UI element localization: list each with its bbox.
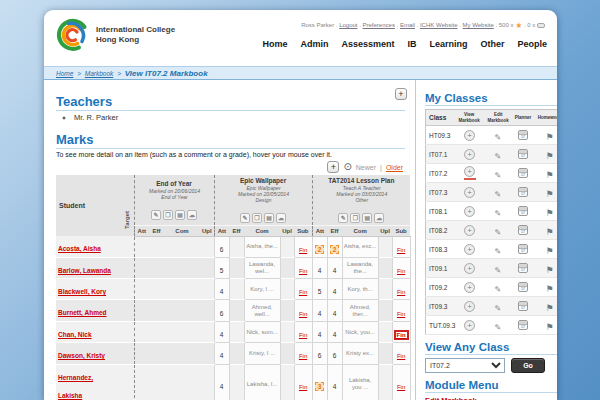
submission-link[interactable]: Fin <box>299 247 307 253</box>
go-button[interactable]: Go <box>511 358 545 373</box>
user-link-email[interactable]: Email <box>400 22 415 28</box>
student-link[interactable]: Barlow, Lawanda <box>58 267 111 274</box>
planner-icon[interactable]: 17 <box>518 301 528 311</box>
class-select[interactable]: IT07.2 <box>425 358 505 373</box>
planner-icon[interactable]: 17 <box>518 320 528 330</box>
edit-markbook-icon[interactable]: ✎ <box>495 171 502 180</box>
edit-markbook-icon[interactable]: ✎ <box>495 133 502 142</box>
submission-link[interactable]: Fin <box>299 268 307 274</box>
planner-icon[interactable]: 17 <box>518 244 528 254</box>
submission-link[interactable]: Fin <box>299 353 307 359</box>
edit-markbook-icon[interactable]: ✎ <box>495 209 502 218</box>
nav-assessment[interactable]: Assessment <box>341 39 394 49</box>
user-link-my-website[interactable]: My Website <box>463 22 494 28</box>
view-markbook-icon[interactable]: + <box>464 149 475 160</box>
edit-marks-icon[interactable]: ✎ <box>240 213 250 223</box>
homework-icon[interactable]: ⚑ <box>545 189 553 199</box>
copy-column-icon[interactable]: ❐ <box>163 210 173 220</box>
homework-icon[interactable]: ⚑ <box>545 303 553 313</box>
homework-icon[interactable]: ⚑ <box>545 246 553 256</box>
download-column-icon[interactable]: ☁ <box>276 213 286 223</box>
homework-icon[interactable]: ⚑ <box>545 227 553 237</box>
nav-ib[interactable]: IB <box>407 39 416 49</box>
submission-link[interactable]: Fin <box>397 353 405 359</box>
edit-markbook-icon[interactable]: ✎ <box>495 247 502 256</box>
breadcrumb-markbook-link[interactable]: Markbook <box>85 70 114 77</box>
view-markbook-icon[interactable]: + <box>464 301 475 312</box>
nav-admin[interactable]: Admin <box>300 39 328 49</box>
edit-markbook-icon[interactable]: ✎ <box>495 266 502 275</box>
module-edit-markbook-link[interactable]: Edit Markbook <box>425 396 557 400</box>
student-link[interactable]: Hernandez, Lakisha <box>58 374 93 399</box>
current-column-icon[interactable]: ⊙ <box>343 162 351 172</box>
homework-icon[interactable]: ⚑ <box>545 208 553 218</box>
nav-learning[interactable]: Learning <box>429 39 467 49</box>
submission-link[interactable]: Fin <box>299 384 307 390</box>
planner-icon[interactable]: 17 <box>518 263 528 273</box>
add-column-button[interactable]: + <box>327 161 339 173</box>
planner-icon[interactable]: 17 <box>518 206 528 216</box>
copy-column-icon[interactable]: ❐ <box>350 213 360 223</box>
edit-markbook-icon[interactable]: ✎ <box>495 190 502 199</box>
delete-column-icon[interactable]: ▤ <box>362 213 372 223</box>
edit-marks-icon[interactable]: ✎ <box>338 213 348 223</box>
view-markbook-icon[interactable]: + <box>464 263 475 274</box>
view-markbook-icon[interactable]: + <box>464 282 475 293</box>
submission-link[interactable]: Fin <box>299 289 307 295</box>
planner-icon[interactable]: 17 <box>518 130 528 140</box>
add-entry-button[interactable]: + <box>395 88 407 100</box>
submission-link[interactable]: Fin <box>397 311 405 317</box>
planner-icon[interactable]: 17 <box>518 225 528 235</box>
homework-icon[interactable]: ⚑ <box>545 151 553 161</box>
user-link-logout[interactable]: Logout <box>339 22 357 28</box>
student-link[interactable]: Burnett, Ahmed <box>58 309 107 316</box>
homework-icon[interactable]: ⚑ <box>545 284 553 294</box>
student-link[interactable]: Dawson, Kristy <box>58 352 105 359</box>
homework-icon[interactable]: ⚑ <box>545 322 553 332</box>
delete-column-icon[interactable]: ▤ <box>264 213 274 223</box>
message-bubble-icon[interactable] <box>537 23 545 28</box>
submission-link[interactable]: Fin <box>397 268 405 274</box>
planner-icon[interactable]: 17 <box>518 187 528 197</box>
user-link-preferences[interactable]: Preferences <box>363 22 395 28</box>
submission-link[interactable]: Fin <box>299 311 307 317</box>
submission-link[interactable]: Fin <box>397 247 405 253</box>
homework-icon[interactable]: ⚑ <box>545 265 553 275</box>
nav-people[interactable]: People <box>517 39 547 49</box>
class-row: IT09.1+✎17⚑ <box>426 259 558 278</box>
planner-icon[interactable]: 17 <box>518 282 528 292</box>
breadcrumb-home-link[interactable]: Home <box>56 70 73 77</box>
view-markbook-icon[interactable]: + <box>464 320 475 331</box>
edit-markbook-icon[interactable]: ✎ <box>495 304 502 313</box>
view-markbook-icon[interactable]: + <box>464 187 475 198</box>
submission-link[interactable]: Fin <box>397 289 405 295</box>
delete-column-icon[interactable]: ▤ <box>175 210 185 220</box>
nav-home[interactable]: Home <box>262 39 287 49</box>
view-markbook-icon[interactable]: + <box>464 206 475 217</box>
edit-markbook-icon[interactable]: ✎ <box>495 152 502 161</box>
submission-link[interactable]: Fin <box>397 384 405 390</box>
download-column-icon[interactable]: ☁ <box>187 210 197 220</box>
view-markbook-icon[interactable]: + <box>464 244 475 255</box>
planner-icon[interactable]: 17 <box>518 168 528 178</box>
copy-column-icon[interactable]: ❐ <box>252 213 262 223</box>
edit-marks-icon[interactable]: ✎ <box>151 210 161 220</box>
homework-icon[interactable]: ⚑ <box>545 132 553 142</box>
view-markbook-icon[interactable]: + <box>464 166 475 177</box>
user-link-ichk-website[interactable]: ICHK Website <box>420 22 458 28</box>
student-link[interactable]: Chan, Nick <box>58 331 92 338</box>
edit-markbook-icon[interactable]: ✎ <box>495 323 502 332</box>
submission-link[interactable]: Fin <box>299 332 307 338</box>
student-link[interactable]: Blackwell, Kory <box>58 288 106 295</box>
edit-markbook-icon[interactable]: ✎ <box>495 228 502 237</box>
homework-icon[interactable]: ⚑ <box>545 170 553 180</box>
nav-other[interactable]: Other <box>480 39 504 49</box>
older-link[interactable]: Older <box>386 164 403 171</box>
submission-link[interactable]: Fin <box>394 330 409 340</box>
view-markbook-icon[interactable]: + <box>464 130 475 141</box>
download-column-icon[interactable]: ☁ <box>374 213 384 223</box>
view-markbook-icon[interactable]: + <box>464 225 475 236</box>
planner-icon[interactable]: 17 <box>518 149 528 159</box>
edit-markbook-icon[interactable]: ✎ <box>495 285 502 294</box>
student-link[interactable]: Acosta, Aisha <box>58 245 101 252</box>
